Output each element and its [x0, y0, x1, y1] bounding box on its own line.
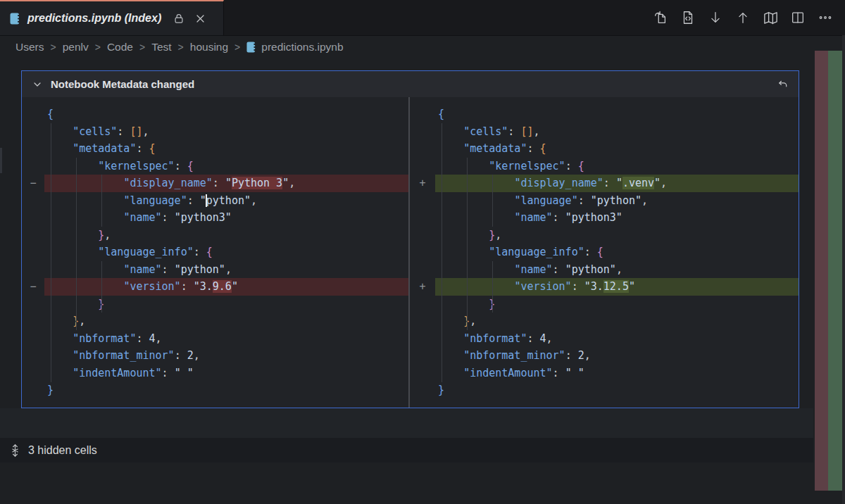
code-line[interactable]: },	[47, 227, 408, 244]
next-change-icon[interactable]	[707, 9, 724, 26]
code-token: "language_info"	[489, 246, 584, 258]
split-editor-icon[interactable]	[789, 9, 806, 26]
indent-guide	[492, 261, 493, 313]
diff-right-pane[interactable]: { "cells": [], "metadata": { "kernelspec…	[435, 97, 799, 408]
code-token: 2	[187, 349, 194, 362]
code-token: "name"	[514, 263, 552, 276]
notebook-icon	[10, 13, 20, 25]
code-line[interactable]: "metadata": {	[47, 140, 408, 158]
code-line-deleted[interactable]: "display_name": "Python 3",	[44, 175, 408, 192]
code-line-added[interactable]: "version": "3.12.5"	[435, 278, 799, 296]
diff-left-pane[interactable]: { "cells": [], "metadata": { "kernelspec…	[44, 97, 408, 408]
code-token: "version"	[514, 280, 571, 293]
breadcrumb-item-test[interactable]: Test	[151, 41, 171, 53]
code-token: "python"	[175, 263, 225, 276]
code-token	[47, 194, 123, 207]
breadcrumb-item-penlv[interactable]: penlv	[63, 41, 89, 53]
code-line-added[interactable]: "display_name": ".venv",	[435, 175, 799, 192]
code-line[interactable]: },	[438, 227, 799, 244]
map-icon[interactable]	[762, 9, 779, 26]
indent-guide	[101, 261, 102, 313]
code-token: 4	[540, 332, 546, 345]
code-token: ,	[194, 349, 200, 362]
gutter-row	[410, 244, 435, 261]
breadcrumb-item-users[interactable]: Users	[15, 41, 44, 53]
chevron-down-icon[interactable]	[30, 77, 44, 92]
hidden-cells-row[interactable]: 3 hidden cells	[0, 438, 813, 462]
tab-bar: predictions.ipynb (Index)	[0, 0, 845, 36]
code-token	[438, 280, 514, 293]
code-token: "cells"	[73, 125, 117, 138]
deleted-lines-gutter: −−	[22, 97, 44, 408]
diff-header: Notebook Metadata changed	[22, 71, 799, 97]
code-line[interactable]: }	[47, 382, 408, 399]
code-line[interactable]: "cells": [],	[438, 123, 799, 141]
discard-changes-icon[interactable]	[775, 77, 790, 92]
open-file-icon[interactable]	[680, 9, 696, 26]
added-line-marker: +	[410, 278, 435, 296]
code-token: "kernelspec"	[489, 160, 565, 172]
code-token: "language"	[123, 194, 187, 207]
code-token: :	[181, 280, 194, 293]
code-token	[47, 211, 123, 224]
code-line[interactable]: },	[438, 313, 799, 330]
code-line[interactable]: "indentAmount": " "	[47, 365, 408, 382]
code-token: :	[553, 211, 565, 224]
code-token: []	[130, 125, 142, 138]
code-line[interactable]: "metadata": {	[438, 140, 799, 158]
breadcrumb-file-label: predictions.ipynb	[261, 41, 343, 53]
code-token	[47, 280, 123, 293]
more-actions-icon[interactable]	[817, 9, 834, 26]
code-line[interactable]: "language_info": {	[438, 244, 799, 261]
code-token: "indentAmount"	[73, 367, 161, 379]
gutter-row	[410, 209, 435, 227]
breadcrumb-file[interactable]: predictions.ipynb	[246, 41, 343, 53]
code-line[interactable]: "nbformat_minor": 2,	[47, 347, 408, 365]
open-changes-icon[interactable]	[652, 9, 669, 26]
changed-text-highlight: .venv	[622, 177, 654, 189]
code-line[interactable]: "kernelspec": {	[47, 158, 408, 175]
changed-text-highlight: 9.6	[213, 280, 232, 293]
gutter-row	[410, 313, 435, 330]
code-token: :	[603, 177, 616, 189]
code-line[interactable]: "language_info": {	[47, 244, 408, 261]
gutter-row	[410, 382, 435, 399]
breadcrumb-item-code[interactable]: Code	[107, 41, 133, 53]
gutter-row	[22, 244, 44, 261]
code-line-deleted[interactable]: "version": "3.9.6"	[44, 278, 408, 296]
code-token: :	[136, 142, 149, 155]
tab-predictions-ipynb[interactable]: predictions.ipynb (Index)	[0, 0, 224, 35]
code-line[interactable]: }	[438, 382, 799, 399]
code-token: ,	[495, 229, 501, 241]
code-token: "language_info"	[98, 246, 193, 258]
code-line[interactable]: {	[47, 106, 408, 123]
code-token: ,	[641, 194, 648, 207]
code-token	[438, 177, 514, 189]
code-line[interactable]: "cells": [],	[47, 123, 408, 141]
code-token: "python3"	[175, 211, 232, 224]
lock-icon[interactable]	[173, 12, 185, 25]
code-token: ,	[546, 332, 553, 345]
breadcrumb-item-housing[interactable]: housing	[190, 41, 228, 53]
code-line[interactable]: },	[47, 313, 408, 330]
indent-guide	[76, 158, 77, 330]
code-line[interactable]: "kernelspec": {	[438, 158, 799, 175]
code-token: {	[187, 160, 194, 172]
gutter-row	[410, 106, 435, 123]
code-token	[438, 298, 489, 310]
gutter-row	[410, 347, 435, 365]
code-token	[47, 246, 98, 258]
code-token: {	[438, 108, 444, 120]
code-token: ,	[289, 177, 295, 189]
code-line[interactable]: "nbformat": 4,	[438, 330, 799, 348]
previous-change-icon[interactable]	[734, 9, 751, 26]
code-line[interactable]: {	[438, 106, 799, 123]
code-token: "name"	[514, 211, 552, 224]
code-token: 2	[578, 349, 584, 362]
code-line[interactable]: "nbformat": 4,	[47, 330, 408, 348]
code-token: "nbformat_minor"	[463, 349, 565, 362]
code-line[interactable]: "nbformat_minor": 2,	[438, 347, 799, 365]
code-line[interactable]: "indentAmount": " "	[438, 365, 799, 382]
code-token: :	[187, 194, 200, 207]
tab-close-button[interactable]	[195, 13, 206, 24]
